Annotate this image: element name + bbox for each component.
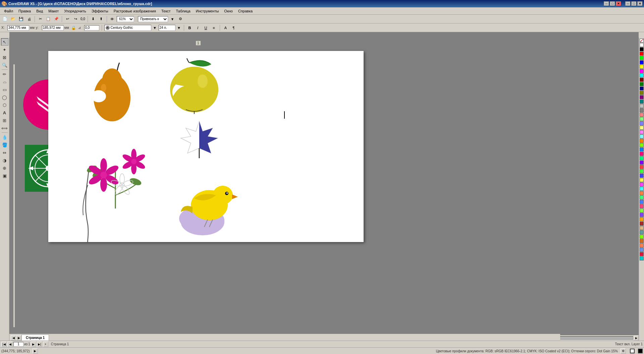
shadow-tool[interactable]: ▣ <box>1 172 8 179</box>
font-size-dropdown[interactable]: ▼ <box>177 24 181 31</box>
table-tool[interactable]: ⊞ <box>1 117 8 124</box>
color-hotpink[interactable] <box>640 204 644 208</box>
menu-edit[interactable]: Правка <box>16 8 34 14</box>
transparency-tool[interactable]: ◑ <box>1 157 8 164</box>
color-yellow[interactable] <box>640 65 644 69</box>
add-page-button[interactable]: + <box>43 342 48 347</box>
menu-arrange[interactable]: Упорядочить <box>61 8 89 14</box>
color-lightcyan[interactable] <box>640 134 644 138</box>
snap-arrow[interactable]: ▼ <box>169 16 176 22</box>
color-coral[interactable] <box>640 243 644 247</box>
color-red[interactable] <box>640 52 644 56</box>
zoom-tool[interactable]: 🔍 <box>1 61 8 69</box>
menu-effects[interactable]: Эффекты <box>89 8 111 14</box>
color-lime[interactable] <box>640 56 644 60</box>
close-button[interactable]: ✕ <box>616 1 621 6</box>
menu-tools[interactable]: Инструменты <box>193 8 222 14</box>
fill-tool[interactable]: 🪣 <box>1 141 8 149</box>
text-props-button[interactable]: ¶ <box>230 25 237 31</box>
font-name-input[interactable] <box>104 25 151 31</box>
color-white[interactable] <box>640 43 644 47</box>
color-lightblue[interactable] <box>640 121 644 125</box>
scroll-right-button[interactable]: ▶ <box>634 336 639 340</box>
color-cornblue[interactable] <box>640 174 644 178</box>
color-mediumpurple[interactable] <box>640 213 644 217</box>
color-black[interactable] <box>640 47 644 51</box>
shape-tool[interactable]: ✦ <box>1 46 8 53</box>
color-cornflowerblue[interactable] <box>640 248 644 252</box>
rectangle-tool[interactable]: ▭ <box>1 86 8 93</box>
color-green[interactable] <box>640 82 644 86</box>
color-lightgreen[interactable] <box>640 117 644 121</box>
snap-select[interactable]: Привязать к <box>138 16 168 22</box>
color-orchid[interactable] <box>640 182 644 186</box>
color-greenyellow[interactable] <box>640 209 644 213</box>
page-number-input[interactable] <box>13 342 23 347</box>
color-purple[interactable] <box>640 95 644 99</box>
color-olive[interactable] <box>640 91 644 95</box>
freehand-tool[interactable]: ✏ <box>1 70 8 78</box>
smartdraw-tool[interactable]: ⌓ <box>1 78 8 85</box>
canvas-area[interactable]: 1 <box>15 38 639 341</box>
color-maroon[interactable] <box>640 78 644 82</box>
next-page-button[interactable]: ▶ <box>31 342 36 347</box>
color-burlywood[interactable] <box>640 226 644 230</box>
menu-text[interactable]: Текст <box>159 8 173 14</box>
italic-button[interactable]: I <box>195 25 201 31</box>
color-brown[interactable] <box>640 222 644 226</box>
menu-table[interactable]: Таблица <box>173 8 193 14</box>
inner-close-button[interactable]: ✕ <box>637 1 643 6</box>
color-chartreuse[interactable] <box>640 143 644 147</box>
last-page-button[interactable]: ▶| <box>37 342 42 347</box>
copy-button[interactable]: 📋 <box>45 16 52 22</box>
outline-color-indicator[interactable] <box>638 349 643 353</box>
zoom-select[interactable]: 61% 50% 75% 100% <box>117 16 134 22</box>
char-format-button[interactable]: A <box>222 25 229 31</box>
inner-minimize-button[interactable]: ─ <box>625 1 631 6</box>
new-button[interactable]: 📄 <box>1 16 9 22</box>
color-deeppink[interactable] <box>640 152 644 156</box>
maximize-button[interactable]: □ <box>610 1 615 6</box>
select-tool[interactable]: ↖ <box>1 38 8 46</box>
polygon-tool[interactable]: ⬡ <box>1 101 8 109</box>
ellipse-tool[interactable]: ◯ <box>1 94 8 101</box>
import-button[interactable]: ⬇ <box>90 16 97 22</box>
view-btn[interactable]: 👁 <box>109 16 116 22</box>
y-input[interactable] <box>42 25 64 31</box>
color-orange[interactable] <box>640 139 644 143</box>
workspace[interactable]: 1 <box>9 32 639 341</box>
x-input[interactable] <box>7 25 29 31</box>
menu-bitmaps[interactable]: Растровые изображения <box>111 8 159 14</box>
crop-tool[interactable]: ⊠ <box>1 54 8 61</box>
lens-tool[interactable]: ⊕ <box>1 164 8 172</box>
color-teal[interactable] <box>640 100 644 104</box>
color-blue[interactable] <box>640 60 644 64</box>
page-add-after[interactable]: ▶ <box>16 335 21 341</box>
snap-options[interactable]: ⚙ <box>177 16 184 22</box>
font-name-dropdown[interactable]: ▼ <box>153 24 157 31</box>
color-darkorange[interactable] <box>640 191 644 195</box>
color-darkturquoise[interactable] <box>640 256 644 260</box>
color-cadetblue[interactable] <box>640 230 644 234</box>
menu-window[interactable]: Окно <box>221 8 235 14</box>
expand-coords[interactable]: ▶ <box>33 348 38 354</box>
page-add-before[interactable]: ◀ <box>11 335 16 341</box>
color-amber[interactable] <box>640 217 644 221</box>
blend-tool[interactable]: ⇔ <box>1 149 8 156</box>
profile-settings[interactable]: ⚙ <box>621 348 626 354</box>
first-page-button[interactable]: |◀ <box>1 342 7 347</box>
minimize-button[interactable]: ─ <box>604 1 609 6</box>
color-gray[interactable] <box>640 108 644 112</box>
color-medgreen[interactable] <box>640 169 644 173</box>
undo-button[interactable]: ↩ <box>64 16 71 22</box>
print-button[interactable]: 🖨 <box>25 16 33 22</box>
page-tab-1[interactable]: Страница 1 <box>21 335 49 341</box>
color-springgreen[interactable] <box>640 156 644 160</box>
document-page[interactable] <box>48 51 364 242</box>
menu-layout[interactable]: Макет <box>46 8 61 14</box>
color-lightred[interactable] <box>640 113 644 117</box>
color-khaki[interactable] <box>640 178 644 182</box>
underline-button[interactable]: U <box>203 25 209 31</box>
color-mintgreen[interactable] <box>640 195 644 199</box>
menu-file[interactable]: Файл <box>1 8 16 14</box>
